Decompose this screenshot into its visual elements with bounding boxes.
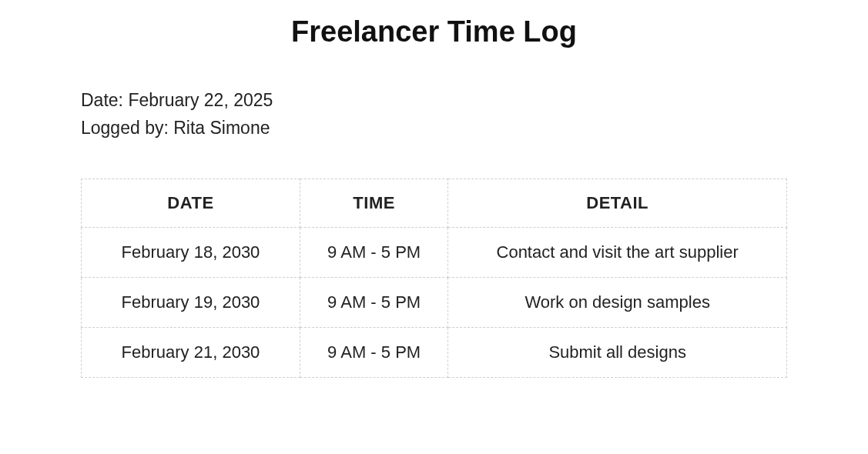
table-row: February 19, 2030 9 AM - 5 PM Work on de… [82,278,787,328]
cell-date: February 21, 2030 [82,328,300,378]
cell-time: 9 AM - 5 PM [300,328,447,378]
cell-detail: Contact and visit the art supplier [448,228,787,278]
cell-time: 9 AM - 5 PM [300,228,447,278]
header-detail: DETAIL [448,179,787,228]
timelog-table: DATE TIME DETAIL February 18, 2030 9 AM … [81,179,787,378]
header-time: TIME [300,179,447,228]
cell-date: February 18, 2030 [82,228,300,278]
meta-date-line: Date: February 22, 2025 [81,87,868,115]
cell-detail: Work on design samples [448,278,787,328]
page-title: Freelancer Time Log [0,15,868,48]
header-date: DATE [82,179,300,228]
meta-date-label: Date: [81,90,128,110]
meta-block: Date: February 22, 2025 Logged by: Rita … [0,87,868,142]
table-row: February 21, 2030 9 AM - 5 PM Submit all… [82,328,787,378]
meta-loggedby-value: Rita Simone [173,118,270,138]
meta-loggedby-label: Logged by: [81,118,173,138]
table-header-row: DATE TIME DETAIL [82,179,787,228]
table-row: February 18, 2030 9 AM - 5 PM Contact an… [82,228,787,278]
cell-date: February 19, 2030 [82,278,300,328]
document-container: Freelancer Time Log Date: February 22, 2… [0,15,868,378]
table-wrapper: DATE TIME DETAIL February 18, 2030 9 AM … [0,179,868,378]
meta-date-value: February 22, 2025 [128,90,273,110]
cell-time: 9 AM - 5 PM [300,278,447,328]
cell-detail: Submit all designs [448,328,787,378]
meta-loggedby-line: Logged by: Rita Simone [81,115,868,142]
